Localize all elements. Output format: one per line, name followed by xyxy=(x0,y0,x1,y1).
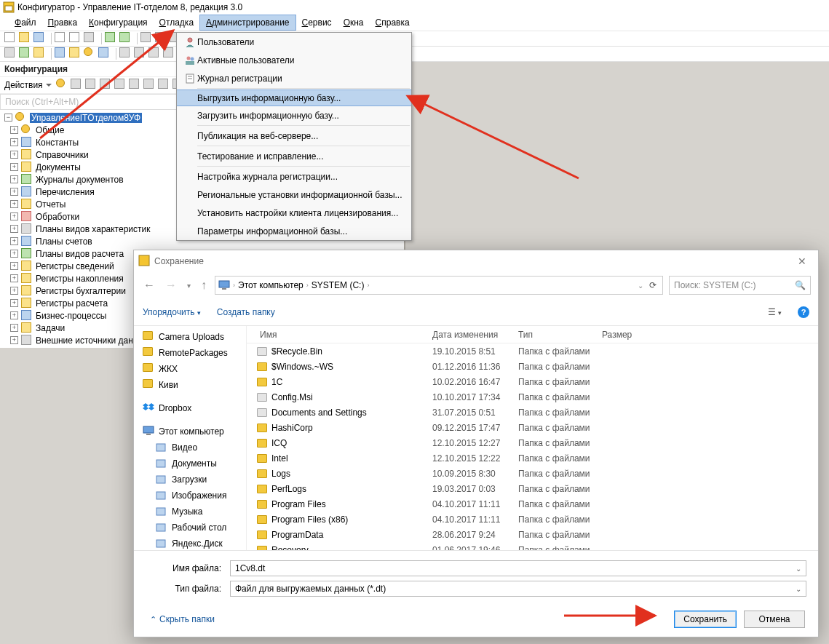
file-row[interactable]: Intel12.10.2015 12:22Папка с файлами xyxy=(247,450,818,466)
menu-отладка[interactable]: Отладка xyxy=(154,15,199,31)
toolbar-icon[interactable] xyxy=(119,32,132,45)
file-row[interactable]: ICQ12.10.2015 12:27Папка с файлами xyxy=(247,435,818,450)
expand-icon[interactable]: + xyxy=(10,138,18,146)
menu-item[interactable]: Выгрузить информационную базу... xyxy=(177,90,411,106)
sidebar-item[interactable]: Музыка xyxy=(134,504,246,520)
toolbar-icon[interactable] xyxy=(98,47,111,60)
expand-icon[interactable]: + xyxy=(10,237,18,245)
sidebar-item[interactable]: Видео xyxy=(134,440,246,456)
toolbar-icon[interactable] xyxy=(84,47,97,60)
toolbar-icon[interactable] xyxy=(105,32,118,45)
expand-icon[interactable]: + xyxy=(10,188,18,196)
expand-icon[interactable]: + xyxy=(10,250,18,258)
menu-сервис[interactable]: Сервис xyxy=(296,15,338,31)
file-row[interactable]: Program Files04.10.2017 11:11Папка с фай… xyxy=(247,496,818,512)
toolbar-icon[interactable] xyxy=(55,32,68,45)
toolbar-icon[interactable] xyxy=(33,47,47,60)
newfolder-button[interactable]: Создать папку xyxy=(217,307,275,317)
expand-icon[interactable]: + xyxy=(10,287,18,295)
filename-input[interactable]: 1Cv8.dt ⌄ xyxy=(230,560,806,576)
toolbar-icon[interactable] xyxy=(155,32,168,45)
menu-item[interactable]: Пользователи xyxy=(177,33,411,51)
toolbar-icon[interactable] xyxy=(140,32,154,45)
menu-справка[interactable]: Справка xyxy=(370,15,416,31)
toolbar-icon[interactable] xyxy=(134,47,147,60)
menu-правка[interactable]: Правка xyxy=(42,15,84,31)
menu-администрирование[interactable]: Администрирование xyxy=(199,15,295,31)
toolbar-icon[interactable] xyxy=(158,79,171,92)
toolbar-icon[interactable] xyxy=(129,79,142,92)
toolbar-icon[interactable] xyxy=(84,32,97,45)
file-row[interactable]: Logs10.09.2015 8:30Папка с файлами xyxy=(247,466,818,481)
toolbar-icon[interactable] xyxy=(19,32,32,45)
address-bar[interactable]: › Этот компьютер › SYSTEM (C:) › ⌄ ⟳ xyxy=(215,276,663,295)
menu-окна[interactable]: Окна xyxy=(338,15,370,31)
sidebar-item[interactable]: Dropbox xyxy=(134,400,246,416)
view-icon[interactable]: ☰ ▾ xyxy=(768,307,782,317)
toolbar-icon[interactable] xyxy=(71,79,84,92)
menu-item[interactable]: Тестирование и исправление... xyxy=(177,147,411,165)
menu-item[interactable]: Журнал регистрации xyxy=(177,69,411,87)
expand-icon[interactable]: + xyxy=(10,225,18,233)
expand-icon[interactable]: + xyxy=(10,126,18,134)
addr-dropdown-icon[interactable]: ⌄ xyxy=(638,282,643,290)
sidebar-item[interactable]: Киви xyxy=(134,377,246,393)
file-row[interactable]: PerfLogs19.03.2017 0:03Папка с файлами xyxy=(247,481,818,496)
file-row[interactable]: $Windows.~WS01.12.2016 11:36Папка с файл… xyxy=(247,359,818,374)
sidebar-item[interactable]: Camera Uploads xyxy=(134,329,246,345)
cancel-button[interactable]: Отмена xyxy=(744,611,805,628)
dialog-search-input[interactable]: Поиск: SYSTEM (C:) 🔍 xyxy=(669,276,811,295)
actions-dropdown[interactable]: Действия xyxy=(4,80,52,90)
col-size[interactable]: Размер xyxy=(602,330,653,340)
menu-item[interactable]: Установить настройки клиента лицензирова… xyxy=(177,204,411,222)
menu-item[interactable]: Загрузить информационную базу... xyxy=(177,106,411,124)
expand-icon[interactable]: + xyxy=(10,324,18,332)
sidebar-item[interactable]: Изображения xyxy=(134,488,246,504)
refresh-icon[interactable]: ⟳ xyxy=(649,280,657,290)
nav-back-icon[interactable]: ← xyxy=(141,279,157,292)
nav-up-icon[interactable]: ↑ xyxy=(199,279,209,292)
sidebar-item[interactable]: ЖКХ xyxy=(134,361,246,377)
toolbar-icon[interactable] xyxy=(33,32,47,45)
sidebar-item[interactable]: Загрузки xyxy=(134,472,246,488)
filetype-select[interactable]: Файл для выгружаемых данных (*.dt) ⌄ xyxy=(230,581,806,597)
breadcrumb-item[interactable]: SYSTEM (C:) xyxy=(312,280,365,290)
expand-icon[interactable]: + xyxy=(10,262,18,270)
toolbar-icon[interactable] xyxy=(69,47,82,60)
toolbar-icon[interactable] xyxy=(100,79,113,92)
toolbar-icon[interactable] xyxy=(148,47,162,60)
file-row[interactable]: 1C10.02.2016 16:47Папка с файлами xyxy=(247,374,818,389)
expand-icon[interactable]: + xyxy=(10,175,18,183)
file-row[interactable]: Config.Msi10.10.2017 17:34Папка с файлам… xyxy=(247,389,818,405)
menu-файл[interactable]: Файл xyxy=(9,15,42,31)
col-name[interactable]: Имя xyxy=(247,330,432,340)
sidebar-item[interactable]: Рабочий стол xyxy=(134,520,246,536)
menu-конфигурация[interactable]: Конфигурация xyxy=(83,15,154,31)
breadcrumb-item[interactable]: Этот компьютер xyxy=(238,280,304,290)
menu-item[interactable]: Публикация на веб-сервере... xyxy=(177,127,411,145)
toolbar-icon[interactable] xyxy=(19,47,32,60)
sidebar-item[interactable]: Документы xyxy=(134,456,246,472)
file-row[interactable]: Documents and Settings31.07.2015 0:51Пап… xyxy=(247,405,818,420)
toolbar-icon[interactable] xyxy=(4,47,17,60)
toolbar-icon[interactable] xyxy=(163,47,176,60)
sidebar-item[interactable]: Этот компьютер xyxy=(134,424,246,440)
hide-folders-link[interactable]: Скрыть папки xyxy=(150,614,215,624)
sidebar-item[interactable]: RemotePackages xyxy=(134,345,246,361)
save-button[interactable]: Сохранить xyxy=(674,611,737,628)
file-row[interactable]: HashiCorp09.12.2015 17:47Папка с файлами xyxy=(247,420,818,435)
toolbar-icon[interactable] xyxy=(55,47,68,60)
menu-item[interactable]: Региональные установки информационной ба… xyxy=(177,186,411,204)
menu-item[interactable]: Настройка журнала регистрации... xyxy=(177,167,411,186)
toolbar-icon[interactable] xyxy=(143,79,156,92)
file-row[interactable]: Recovery01.06.2017 19:46Папка с файлами xyxy=(247,542,818,550)
file-row[interactable]: $Recycle.Bin19.10.2015 8:51Папка с файла… xyxy=(247,343,818,359)
chevron-down-icon[interactable]: ⌄ xyxy=(796,585,801,593)
organize-button[interactable]: Упорядочить ▾ xyxy=(143,307,201,317)
chevron-down-icon[interactable]: ⌄ xyxy=(796,565,801,573)
menu-item[interactable]: Параметры информационной базы... xyxy=(177,222,411,240)
expand-icon[interactable]: + xyxy=(10,311,18,319)
expand-icon[interactable]: + xyxy=(10,163,18,171)
menu-item[interactable]: Активные пользователи xyxy=(177,51,411,69)
expand-icon[interactable]: + xyxy=(10,299,18,307)
